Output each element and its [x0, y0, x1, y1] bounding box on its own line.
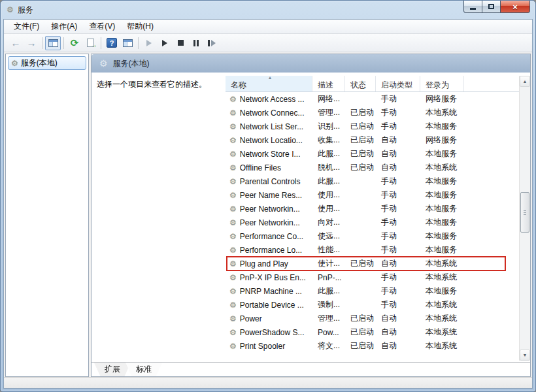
restart-service-button[interactable]: [204, 36, 220, 50]
table-row[interactable]: ⚙Power管理...已启动自动本地系统: [226, 312, 519, 325]
refresh-button[interactable]: ⟳: [67, 36, 82, 50]
table-row[interactable]: ⚙PnP-X IP Bus En...PnP-...手动本地系统: [226, 270, 519, 284]
gear-icon: ⚙: [229, 260, 237, 268]
table-row[interactable]: ⚙PowerShadow S...Pow...已启动自动本地系统: [226, 325, 519, 339]
service-startup-cell: 自动: [376, 340, 420, 351]
service-name-text: Network Store I...: [240, 150, 301, 159]
service-startup-cell: 手动: [376, 272, 420, 283]
window-title: 服务: [18, 5, 33, 16]
service-name-cell: ⚙Network Locatio...: [226, 136, 312, 145]
minimize-icon: [470, 8, 476, 10]
service-startup-cell: 手动: [376, 286, 420, 297]
table-row[interactable]: ⚙Network List Ser...识别...已启动手动本地服务: [226, 120, 519, 133]
table-row[interactable]: ⚙Network Access ...网络...手动网络服务: [226, 92, 519, 106]
service-desc-cell: 此服...: [312, 286, 345, 297]
sidebar-item-services-local[interactable]: ⚙ 服务(本地): [8, 56, 86, 70]
service-name-cell: ⚙Peer Name Res...: [226, 191, 312, 200]
stop-icon: [178, 40, 184, 46]
help-button[interactable]: ?: [104, 36, 120, 50]
gear-icon: ⚙: [229, 301, 237, 309]
service-desc-cell: 网络...: [312, 93, 345, 105]
table-row[interactable]: ⚙Print Spooler将文...已启动自动本地系统: [226, 339, 519, 353]
vertical-scrollbar[interactable]: ▲ ▼: [519, 76, 530, 361]
column-header-0[interactable]: 名称▴: [226, 76, 312, 91]
scroll-up-button[interactable]: ▲: [520, 76, 530, 87]
minimize-button[interactable]: [463, 1, 482, 13]
service-logon-cell: 本地服务: [420, 148, 464, 159]
play-icon: [146, 40, 152, 46]
back-button[interactable]: ←: [8, 36, 24, 50]
column-header-2[interactable]: 状态: [345, 76, 376, 91]
table-row[interactable]: ⚙Portable Device ...强制...手动本地系统: [226, 298, 519, 312]
pane-header: ⚙ 服务(本地): [92, 54, 530, 73]
service-startup-cell: 手动: [376, 203, 420, 214]
service-status-cell: 已启动: [345, 162, 376, 173]
menu-item-1[interactable]: 操作(A): [45, 20, 83, 33]
service-startup-cell: 手动: [376, 176, 420, 187]
service-desc-cell: 强制...: [312, 299, 345, 310]
table-row[interactable]: ⚙PNRP Machine ...此服...手动本地服务: [226, 284, 519, 298]
export-list-button[interactable]: [82, 36, 98, 50]
tab-standard[interactable]: 标准: [126, 363, 162, 377]
console-tree-pane: ⚙ 服务(本地): [5, 54, 89, 377]
show-console-tree-button[interactable]: [45, 36, 61, 50]
window-controls: ×: [463, 1, 530, 13]
menu-bar: 文件(F)操作(A)查看(V)帮助(H): [4, 20, 532, 34]
gear-icon: ⚙: [229, 246, 237, 254]
service-name-text: Performance Lo...: [240, 246, 302, 255]
table-row[interactable]: ⚙Performance Lo...性能...手动本地服务: [226, 243, 519, 257]
start-service-button[interactable]: [141, 36, 157, 50]
service-startup-cell: 自动: [376, 313, 420, 324]
bottom-tabs: 扩展标准: [92, 362, 530, 376]
scrollbar-thumb[interactable]: [520, 192, 529, 233]
service-name-text: Network List Ser...: [240, 122, 303, 131]
service-name-cell: ⚙Peer Networkin...: [226, 204, 312, 214]
pause-service-button[interactable]: [188, 36, 204, 50]
services-list-region: 名称▴描述状态启动类型登录为 ⚙Network Access ...网络...手…: [226, 73, 530, 362]
resume-service-button[interactable]: [157, 36, 173, 50]
table-row[interactable]: ⚙Network Store I...此服...已启动自动本地服务: [226, 147, 519, 161]
service-startup-cell: 自动: [376, 327, 420, 338]
menu-item-3[interactable]: 帮助(H): [121, 20, 159, 33]
service-desc-cell: 使远...: [312, 231, 345, 242]
column-header-4[interactable]: 登录为: [420, 76, 464, 91]
close-button[interactable]: ×: [501, 1, 530, 13]
menu-item-0[interactable]: 文件(F): [8, 20, 45, 33]
service-startup-cell: 手动: [376, 189, 420, 201]
table-row[interactable]: ⚙Parental Controls此服...手动本地服务: [226, 174, 519, 188]
show-properties-button[interactable]: [120, 36, 135, 50]
pause-icon: [193, 40, 199, 46]
maximize-button[interactable]: [482, 1, 501, 13]
scrollbar-track[interactable]: [520, 87, 530, 350]
service-desc-cell: 管理...: [312, 107, 345, 118]
titlebar[interactable]: ⚙ 服务 ×: [1, 1, 535, 19]
window-icon: [123, 39, 133, 47]
forward-button[interactable]: →: [24, 36, 39, 50]
service-status-cell: 已启动: [345, 121, 376, 132]
stop-service-button[interactable]: [173, 36, 188, 50]
table-row[interactable]: ⚙Plug and Play使计...已启动自动本地系统: [226, 257, 519, 270]
gear-icon: ⚙: [229, 342, 237, 350]
service-desc-cell: 向对...: [312, 217, 345, 228]
column-header-1[interactable]: 描述: [312, 76, 345, 91]
service-logon-cell: 本地服务: [420, 217, 464, 228]
table-row[interactable]: ⚙Peer Networkin...使用...手动本地服务: [226, 202, 519, 216]
service-startup-cell: 手动: [376, 217, 420, 228]
status-bar: [4, 377, 532, 388]
table-row[interactable]: ⚙Offline Files脱机...已启动自动本地系统: [226, 161, 519, 174]
service-name-text: Performance Co...: [240, 232, 303, 241]
tab-extended[interactable]: 扩展: [94, 363, 131, 377]
scroll-down-button[interactable]: ▼: [520, 350, 530, 361]
service-status-cell: 已启动: [345, 258, 376, 269]
service-status-cell: 已启动: [345, 313, 376, 324]
service-name-text: Plug and Play: [240, 259, 288, 269]
menu-item-2[interactable]: 查看(V): [83, 20, 121, 33]
maximize-icon: [488, 4, 494, 9]
table-row[interactable]: ⚙Network Locatio...收集...已启动自动网络服务: [226, 133, 519, 147]
table-row[interactable]: ⚙Network Connec...管理...已启动手动本地系统: [226, 106, 519, 120]
table-row[interactable]: ⚙Peer Name Res...使用...手动本地服务: [226, 188, 519, 202]
column-header-3[interactable]: 启动类型: [376, 76, 420, 91]
service-name-text: Network Access ...: [240, 95, 305, 104]
table-row[interactable]: ⚙Performance Co...使远...手动本地服务: [226, 229, 519, 243]
table-row[interactable]: ⚙Peer Networkin...向对...手动本地服务: [226, 216, 519, 229]
